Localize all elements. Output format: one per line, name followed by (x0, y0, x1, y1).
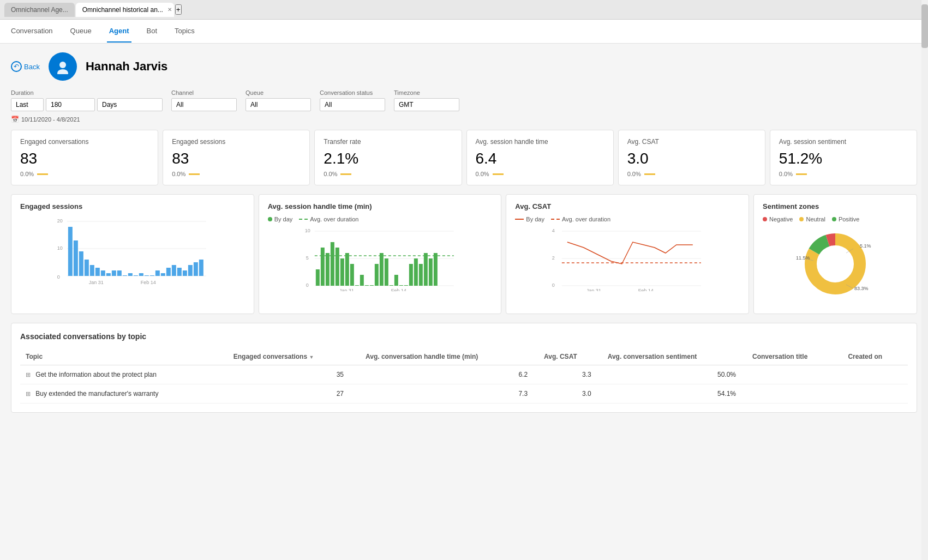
conv-status-select[interactable]: All (320, 98, 385, 111)
row2-conv-title (747, 384, 842, 404)
kpi-card-engaged-sessions: Engaged sessions 83 0.0% (163, 130, 310, 185)
svg-text:Jan 31: Jan 31 (339, 288, 354, 291)
svg-rect-25 (161, 273, 165, 276)
svg-text:10: 10 (305, 228, 310, 233)
filters-row: Duration Last 180 Days Channel All Queue (11, 89, 917, 111)
svg-rect-62 (419, 264, 423, 286)
svg-rect-50 (360, 275, 364, 286)
kpi-card-engaged-conv: Engaged conversations 83 0.0% (11, 130, 158, 185)
filter-queue-label: Queue (246, 89, 311, 96)
kpi-avg-handle-change: 0.0% (476, 171, 489, 177)
svg-rect-28 (177, 268, 182, 276)
svg-rect-8 (68, 227, 73, 276)
nav-item-bot[interactable]: Bot (145, 20, 160, 43)
kpi-engaged-sessions-bar (189, 173, 200, 175)
filter-channel-label: Channel (171, 89, 237, 96)
kpi-engaged-conv-footer: 0.0% (20, 171, 149, 177)
expand-icon-row2[interactable]: ⊞ (26, 390, 31, 397)
svg-rect-17 (117, 270, 122, 276)
svg-text:Feb 14: Feb 14 (638, 288, 654, 291)
kpi-engaged-sessions-change: 0.0% (172, 171, 185, 177)
table-section-title: Associated conversations by topic (20, 332, 908, 341)
row2-avg-sentiment: 54.1% (602, 384, 747, 404)
scrollbar[interactable] (921, 0, 928, 560)
kpi-avg-csat-bar (644, 173, 655, 175)
nav-item-topics[interactable]: Topics (172, 20, 197, 43)
filter-timezone: Timezone GMT (394, 89, 459, 111)
chart-sentiment-zones: Sentiment zones Negative Neutral Positiv… (753, 194, 917, 314)
svg-rect-61 (414, 258, 418, 286)
kpi-transfer-rate-change: 0.0% (324, 171, 337, 177)
chart-engaged-sessions-title: Engaged sessions (20, 202, 245, 210)
legend-negative: Negative (763, 216, 793, 222)
back-link[interactable]: ↶ Back (11, 61, 40, 72)
svg-rect-21 (139, 273, 143, 276)
row2-created-on (842, 384, 908, 404)
col-engaged-conv[interactable]: Engaged conversations ▼ (228, 348, 360, 365)
svg-rect-47 (345, 253, 349, 286)
svg-rect-57 (394, 275, 398, 286)
kpi-avg-sentiment-title: Avg. session sentiment (779, 138, 908, 146)
add-tab-button[interactable]: + (175, 4, 182, 15)
filter-duration: Duration Last 180 Days (11, 89, 163, 111)
close-tab-icon[interactable]: ✕ (167, 7, 172, 13)
tab-inactive[interactable]: Omnichannel Age... (4, 3, 75, 17)
svg-rect-59 (404, 285, 408, 286)
kpi-engaged-conv-title: Engaged conversations (20, 138, 149, 146)
kpi-avg-sentiment-value: 51.2% (779, 150, 908, 167)
row2-avg-handle: 7.3 (360, 384, 538, 404)
svg-rect-42 (321, 248, 325, 286)
col-conv-title: Conversation title (747, 348, 842, 365)
svg-rect-31 (194, 262, 198, 276)
duration-unit-select[interactable]: Days (97, 98, 163, 111)
table-row: ⊞ Buy extended the manufacturer's warran… (20, 384, 908, 404)
duration-value-select[interactable]: 180 (46, 98, 95, 111)
svg-rect-44 (331, 242, 334, 286)
legend-negative-dot (763, 217, 767, 221)
kpi-card-avg-sentiment: Avg. session sentiment 51.2% 0.0% (770, 130, 917, 185)
svg-rect-11 (85, 260, 89, 276)
svg-rect-9 (74, 240, 78, 276)
svg-rect-54 (380, 253, 384, 286)
kpi-row: Engaged conversations 83 0.0% Engaged se… (11, 130, 917, 185)
duration-preset-select[interactable]: Last (11, 98, 44, 111)
svg-rect-51 (365, 285, 369, 286)
expand-icon-row1[interactable]: ⊞ (26, 371, 31, 378)
kpi-transfer-rate-title: Transfer rate (324, 138, 452, 146)
row1-topic: ⊞ Get the information about the protect … (20, 365, 228, 384)
svg-text:20: 20 (57, 218, 63, 224)
queue-select[interactable]: All (246, 98, 311, 111)
tab-active[interactable]: Omnichannel historical an... ✕ (76, 3, 174, 17)
sentiment-negative-pct: 5.1% (860, 243, 871, 249)
svg-text:0: 0 (552, 282, 555, 288)
row2-avg-csat: 3.0 (538, 384, 602, 404)
legend-neutral: Neutral (799, 216, 825, 222)
nav-item-conversation[interactable]: Conversation (9, 20, 55, 43)
app-nav: Conversation Queue Agent Bot Topics (0, 20, 928, 44)
avatar (49, 52, 77, 81)
row1-avg-sentiment: 50.0% (602, 365, 747, 384)
svg-text:Jan 31: Jan 31 (89, 280, 104, 285)
row2-engaged-conv: 27 (228, 384, 360, 404)
channel-select[interactable]: All (171, 98, 237, 111)
table-header-row: Topic Engaged conversations ▼ Avg. conve… (20, 348, 908, 365)
kpi-card-transfer-rate: Transfer rate 2.1% 0.0% (314, 130, 462, 185)
nav-item-queue[interactable]: Queue (68, 20, 94, 43)
svg-rect-26 (166, 268, 171, 276)
timezone-select[interactable]: GMT (394, 98, 459, 111)
sentiment-positive-pct: 83.3% (854, 286, 869, 291)
row2-topic: ⊞ Buy extended the manufacturer's warran… (20, 384, 228, 404)
svg-rect-63 (424, 253, 428, 286)
kpi-avg-handle-bar (493, 173, 504, 175)
kpi-engaged-conv-bar (37, 173, 48, 175)
svg-rect-58 (399, 285, 403, 286)
legend-csat-by-day: By day (515, 216, 544, 222)
filter-conv-status-label: Conversation status (320, 89, 385, 96)
kpi-avg-sentiment-footer: 0.0% (779, 171, 908, 177)
svg-rect-18 (123, 275, 127, 276)
chart-avg-csat-title: Avg. CSAT (515, 202, 740, 210)
nav-item-agent[interactable]: Agent (107, 20, 131, 43)
svg-rect-32 (199, 260, 203, 276)
svg-rect-55 (385, 258, 388, 286)
scrollbar-thumb[interactable] (921, 4, 928, 48)
